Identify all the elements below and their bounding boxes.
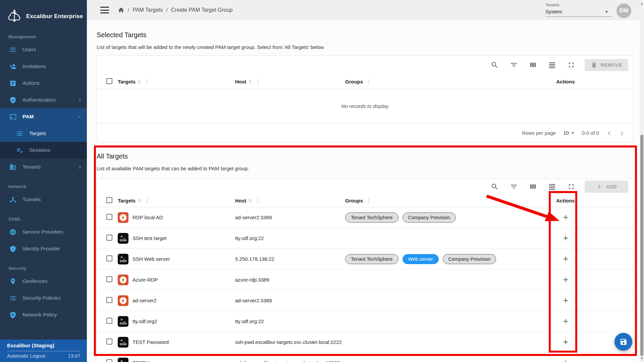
row-checkbox[interactable] <box>106 214 112 220</box>
article-icon <box>9 80 16 87</box>
add-target-button[interactable] <box>562 255 570 263</box>
density-icon[interactable] <box>546 181 558 192</box>
sidebar-item-users[interactable]: Users <box>0 41 87 58</box>
add-target-button[interactable] <box>562 317 570 325</box>
target-host: tty.sdf.org:22 <box>235 235 345 241</box>
group-chip: Web server <box>402 254 439 264</box>
add-target-button[interactable] <box>562 214 570 221</box>
sidebar-item-service-providers[interactable]: Service Providers <box>0 224 87 240</box>
sort-icon[interactable]: ⇅ <box>248 79 252 84</box>
sidebar-item-invitations[interactable]: Invitations <box>0 58 87 75</box>
sidebar-item-identity-provider[interactable]: Identity Provider <box>0 240 87 257</box>
sidebar-item-label: Tunnels <box>22 196 41 202</box>
breadcrumb-current-page: Create PAM Target Group <box>171 7 233 13</box>
column-header-targets: Targets <box>118 198 136 203</box>
column-menu-icon[interactable]: ⋮ <box>144 197 151 204</box>
auto-logout-time: 13:47 <box>68 353 80 359</box>
sidebar-item-label: Authenticators <box>22 97 56 103</box>
fullscreen-icon[interactable] <box>566 181 577 192</box>
chevron-right-icon: › <box>79 164 81 170</box>
add-target-button[interactable] <box>562 338 570 346</box>
row-checkbox[interactable] <box>106 339 112 345</box>
sidebar-item-label: Network Policy <box>22 312 57 318</box>
sort-icon[interactable]: ⇅ <box>138 198 142 203</box>
add-target-button[interactable] <box>562 297 570 304</box>
remove-selected-button[interactable]: REMOVE <box>585 59 628 71</box>
tenant-selected-value: System <box>545 9 562 14</box>
menu-toggle-icon[interactable] <box>100 7 109 13</box>
save-button[interactable] <box>614 333 632 351</box>
sidebar-item-sessions[interactable]: Sessions <box>0 142 87 159</box>
table-header-row: Targets⇅⋮ Host⇅⋮ Groups⋮ Actions <box>97 194 633 207</box>
sidebar-item-targets[interactable]: Targets <box>0 125 87 142</box>
sort-icon[interactable]: ⇅ <box>138 79 142 84</box>
row-checkbox[interactable] <box>106 276 112 282</box>
all-targets-table: ADD Targets⇅⋮ Host⇅⋮ Groups⋮ Actions RDP… <box>97 179 633 362</box>
sidebar-item-label: Users <box>22 47 36 53</box>
rdp-target-icon <box>118 212 128 223</box>
add-target-button[interactable] <box>562 234 570 242</box>
column-menu-icon[interactable]: ⋮ <box>365 78 372 85</box>
home-icon[interactable] <box>118 7 124 13</box>
ssh-target-icon: >_SSH <box>118 233 128 244</box>
sidebar: Excalibur Enterprise ManagementUsersInvi… <box>0 0 87 362</box>
filter-icon[interactable] <box>508 59 520 71</box>
row-checkbox[interactable] <box>106 359 112 362</box>
breadcrumb-separator: / <box>128 7 129 13</box>
search-icon[interactable] <box>489 59 500 71</box>
column-header-host: Host <box>235 79 246 84</box>
previous-page-icon[interactable]: ‹ <box>606 128 612 137</box>
row-checkbox[interactable] <box>106 318 112 324</box>
sidebar-item-actions[interactable]: Actions <box>0 75 87 92</box>
column-header-actions: Actions <box>556 198 575 203</box>
scroll-up-icon[interactable]: ▲ <box>640 2 644 5</box>
target-host: ssh-key.excalibur-targets.svc.cluster.lo… <box>235 360 345 362</box>
density-icon[interactable] <box>546 59 558 71</box>
sidebar-item-geofences[interactable]: Geofences <box>0 273 87 290</box>
sidebar-item-security-policies[interactable]: Security Policies <box>0 290 87 306</box>
table-row: >_SSHTEST Keyssh-key.excalibur-targets.s… <box>97 353 633 362</box>
rows-per-page-select[interactable]: 10 ▼ <box>563 130 575 136</box>
target-name: Azure-RDP <box>132 277 158 283</box>
fullscreen-icon[interactable] <box>566 59 577 71</box>
columns-icon[interactable] <box>527 181 539 192</box>
pin-plus-icon <box>9 278 16 285</box>
columns-icon[interactable] <box>527 59 539 71</box>
sidebar-item-network-policy[interactable]: Network Policy <box>0 306 87 323</box>
add-target-button[interactable] <box>562 359 570 362</box>
ssh-target-icon: >_SSH <box>118 316 128 327</box>
breadcrumb-pam-targets[interactable]: PAM Targets <box>132 7 163 13</box>
tenant-select[interactable]: Tenants System ▼ <box>545 3 612 17</box>
select-all-checkbox[interactable] <box>106 197 112 203</box>
target-host: ad-server2:3389 <box>235 215 345 220</box>
add-selected-button[interactable]: ADD <box>585 181 628 193</box>
scrollbar-thumb[interactable] <box>640 135 643 356</box>
column-menu-icon[interactable]: ⋮ <box>365 197 372 204</box>
cast-icon <box>9 113 16 120</box>
sort-icon[interactable]: ⇅ <box>248 198 252 203</box>
filter-icon[interactable] <box>508 181 520 192</box>
column-menu-icon[interactable]: ⋮ <box>254 197 262 204</box>
row-checkbox[interactable] <box>106 297 112 303</box>
pagination-range: 0-0 of 0 <box>582 130 599 136</box>
search-icon[interactable] <box>489 181 500 192</box>
row-checkbox[interactable] <box>106 255 112 261</box>
hub-icon <box>9 196 16 203</box>
next-page-icon[interactable]: › <box>619 128 625 137</box>
ssh-target-icon: >_SSH <box>118 337 128 348</box>
column-header-groups: Groups <box>345 79 363 84</box>
add-target-button[interactable] <box>562 276 570 284</box>
breadcrumb-separator: / <box>166 7 168 13</box>
scroll-down-icon[interactable]: ▼ <box>640 357 644 360</box>
shield-info-icon <box>9 245 16 252</box>
row-checkbox[interactable] <box>106 235 112 241</box>
sidebar-item-pam[interactable]: PAM› <box>0 108 87 125</box>
sidebar-item-tenants[interactable]: Tenants› <box>0 159 87 175</box>
column-menu-icon[interactable]: ⋮ <box>144 78 151 85</box>
sidebar-item-authenticators[interactable]: Authenticators› <box>0 92 87 108</box>
sidebar-item-tunnels[interactable]: Tunnels <box>0 191 87 208</box>
select-all-checkbox[interactable] <box>106 78 112 84</box>
column-menu-icon[interactable]: ⋮ <box>254 78 262 85</box>
avatar[interactable]: DM <box>616 3 631 18</box>
table-row: ad-server2ad-server2:3389 <box>97 290 633 311</box>
